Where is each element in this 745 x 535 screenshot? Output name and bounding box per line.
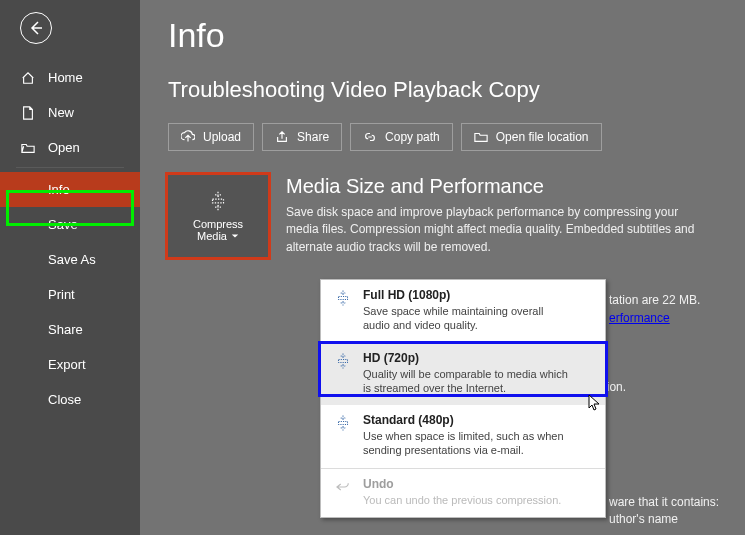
share-icon — [275, 130, 289, 144]
option-title: Standard (480p) — [363, 413, 573, 427]
option-desc: Use when space is limited, such as when … — [363, 429, 573, 458]
sidebar-item-export[interactable]: Export — [0, 347, 140, 382]
back-button[interactable] — [20, 12, 52, 44]
compress-media-button[interactable]: Compress Media — [168, 175, 268, 257]
menu-option-1080p[interactable]: Full HD (1080p) Save space while maintai… — [321, 280, 605, 343]
sidebar-item-home[interactable]: Home — [0, 60, 140, 95]
option-title: Full HD (1080p) — [363, 288, 573, 302]
sidebar-divider — [16, 167, 124, 168]
sidebar-item-close[interactable]: Close — [0, 382, 140, 417]
sidebar-label: New — [48, 105, 74, 120]
compress-media-menu: Full HD (1080p) Save space while maintai… — [320, 279, 606, 518]
performance-link[interactable]: erformance — [609, 311, 670, 325]
compress-media-icon — [207, 190, 229, 212]
page-title: Info — [168, 16, 717, 55]
sidebar-item-save[interactable]: Save — [0, 207, 140, 242]
option-title: Undo — [363, 477, 561, 491]
sidebar-item-new[interactable]: New — [0, 95, 140, 130]
section-heading: Media Size and Performance — [286, 175, 706, 198]
sidebar-item-open[interactable]: Open — [0, 130, 140, 165]
button-label: Copy path — [385, 130, 440, 144]
annotation-highlight-red — [165, 172, 271, 260]
compress-label1: Compress — [193, 218, 243, 230]
undo-icon — [333, 477, 353, 497]
open-file-location-button[interactable]: Open file location — [461, 123, 602, 151]
option-desc: You can undo the previous compression. — [363, 493, 561, 507]
menu-option-480p[interactable]: Standard (480p) Use when space is limite… — [321, 405, 605, 468]
menu-option-720p[interactable]: HD (720p) Quality will be comparable to … — [321, 343, 605, 406]
option-title: HD (720p) — [363, 351, 573, 365]
upload-icon — [181, 130, 195, 144]
button-label: Open file location — [496, 130, 589, 144]
button-label: Share — [297, 130, 329, 144]
copy-path-button[interactable]: Copy path — [350, 123, 453, 151]
backstage-sidebar: Home New Open Info Save Save As Print Sh… — [0, 0, 140, 535]
menu-option-undo: Undo You can undo the previous compressi… — [321, 468, 605, 517]
compress-label2: Media — [197, 230, 227, 242]
chevron-down-icon — [231, 232, 239, 240]
compress-icon — [333, 351, 353, 371]
obscured-text-contains: ware that it contains: — [609, 493, 719, 511]
sidebar-item-save-as[interactable]: Save As — [0, 242, 140, 277]
new-icon — [20, 106, 36, 120]
section-body1: Save disk space and improve playback per… — [286, 204, 706, 256]
info-toolbar: Upload Share Copy path Open file locatio… — [168, 123, 717, 151]
open-folder-icon — [20, 141, 36, 155]
compress-icon — [333, 288, 353, 308]
sidebar-label: Home — [48, 70, 83, 85]
sidebar-label: Info — [48, 182, 70, 197]
sidebar-item-print[interactable]: Print — [0, 277, 140, 312]
button-label: Upload — [203, 130, 241, 144]
link-icon — [363, 130, 377, 144]
upload-button[interactable]: Upload — [168, 123, 254, 151]
option-desc: Quality will be comparable to media whic… — [363, 367, 573, 396]
sidebar-label: Open — [48, 140, 80, 155]
obscured-text-size: tation are 22 MB. erformance — [609, 291, 700, 327]
obscured-text-author: uthor's name — [609, 510, 678, 528]
main-panel: Info Troubleshooting Video Playback Copy… — [140, 0, 745, 535]
document-title: Troubleshooting Video Playback Copy — [168, 77, 717, 103]
option-desc: Save space while maintaining overall aud… — [363, 304, 573, 333]
home-icon — [20, 71, 36, 85]
sidebar-item-share[interactable]: Share — [0, 312, 140, 347]
sidebar-item-info[interactable]: Info — [0, 172, 140, 207]
share-button[interactable]: Share — [262, 123, 342, 151]
media-size-section: Compress Media Media Size and Performanc… — [168, 175, 717, 257]
compress-icon — [333, 413, 353, 433]
folder-icon — [474, 130, 488, 144]
media-size-text: Media Size and Performance Save disk spa… — [286, 175, 706, 257]
